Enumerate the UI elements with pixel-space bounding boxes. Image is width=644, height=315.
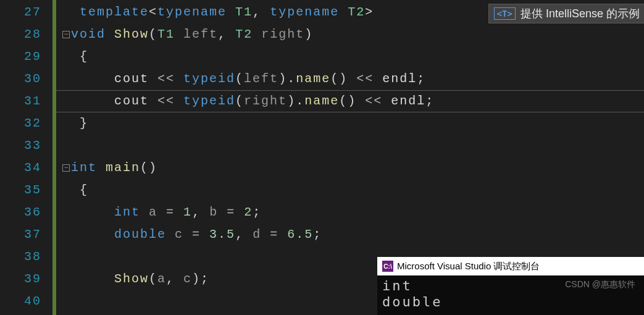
code-line[interactable]: int a = 1, b = 2;	[56, 201, 644, 224]
line-number: 38	[0, 246, 41, 268]
console-title: Microsoft Visual Studio 调试控制台	[397, 261, 540, 272]
line-number: 33	[0, 135, 41, 157]
line-number: 27	[0, 1, 41, 23]
tooltip-text: 提供 IntelliSense 的示例	[521, 6, 640, 21]
console-line: double	[382, 294, 639, 310]
line-number: 39	[0, 268, 41, 290]
code-line[interactable]: cout << typeid(left).name() << endl;	[56, 68, 644, 90]
line-number: 30	[0, 68, 41, 90]
watermark-text: CSDN @惠惠软件	[565, 279, 635, 290]
line-number: 29	[0, 46, 41, 68]
fold-toggle-icon[interactable]: −	[62, 31, 70, 38]
code-line[interactable]	[56, 135, 644, 157]
line-number: 35	[0, 179, 41, 201]
line-number: 32	[0, 112, 41, 135]
code-line[interactable]: −int main()	[56, 157, 644, 179]
line-number: 36	[0, 201, 41, 224]
code-line[interactable]: −void Show(T1 left, T2 right)	[56, 23, 644, 46]
line-number-gutter: 27 28 29 30 31 32 33 34 35 36 37 38 39 4…	[0, 0, 52, 315]
code-line[interactable]: double c = 3.5, d = 6.5;	[56, 224, 644, 246]
code-line[interactable]: {	[56, 46, 644, 68]
line-number: 31	[0, 90, 41, 112]
line-number: 28	[0, 23, 41, 46]
console-titlebar[interactable]: C:\ Microsoft Visual Studio 调试控制台	[377, 257, 644, 275]
template-icon: <T>	[494, 7, 516, 20]
line-number: 34	[0, 157, 41, 179]
code-line[interactable]: {	[56, 179, 644, 201]
fold-toggle-icon[interactable]: −	[62, 164, 70, 172]
line-number: 37	[0, 224, 41, 246]
console-app-icon: C:\	[382, 261, 393, 272]
intellisense-tooltip: <T> 提供 IntelliSense 的示例	[488, 4, 644, 23]
line-number: 40	[0, 290, 41, 313]
code-line-current[interactable]: cout << typeid(right).name() << endl;	[56, 90, 644, 112]
code-line[interactable]: }	[56, 112, 644, 135]
